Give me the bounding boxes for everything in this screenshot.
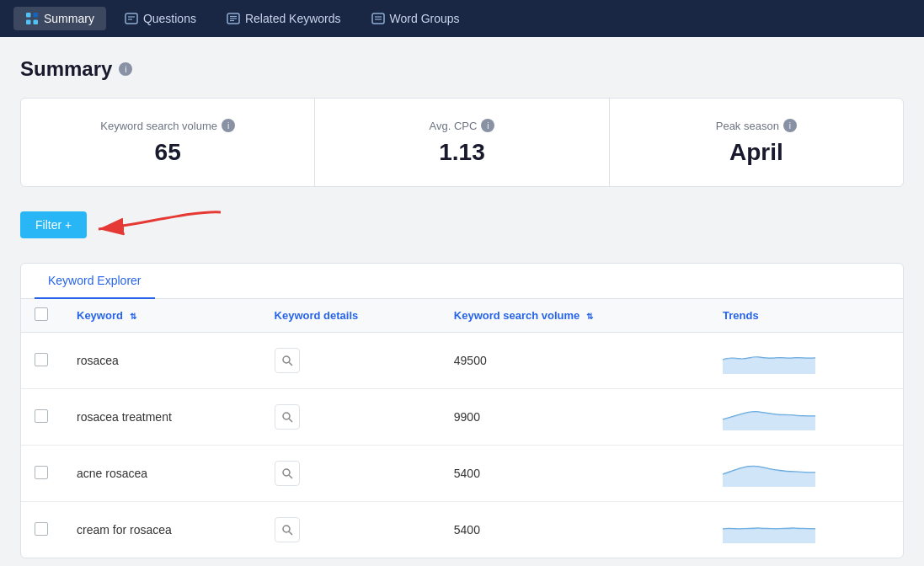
svg-line-18 (289, 419, 292, 422)
keyword-details-button-4[interactable] (275, 517, 300, 542)
volume-sort-icon: ⇅ (586, 312, 593, 321)
row-volume-3: 5400 (441, 446, 709, 502)
table-section: Keyword Explorer Keyword ⇅ Keyword detai… (20, 263, 904, 558)
row-checkbox-1[interactable] (35, 353, 48, 366)
search-icon (281, 467, 293, 479)
stat-label-peak-season: Peak season i (627, 119, 886, 132)
svg-point-21 (283, 526, 290, 532)
stat-card-avg-cpc: Avg. CPC i 1.13 (315, 99, 609, 186)
stat-value-peak-season: April (627, 139, 886, 166)
th-keyword-search-volume[interactable]: Keyword search volume ⇅ (441, 299, 709, 333)
th-keyword[interactable]: Keyword ⇅ (63, 299, 261, 333)
nav-label-word-groups: Word Groups (390, 12, 460, 25)
row-details-4 (261, 502, 441, 558)
svg-line-22 (289, 531, 292, 535)
nav-item-word-groups[interactable]: Word Groups (360, 7, 472, 30)
row-details-2 (261, 389, 441, 446)
table-header: Keyword ⇅ Keyword details Keyword search… (21, 299, 903, 333)
table-row: acne rosacea 5400 (21, 446, 903, 502)
svg-point-19 (283, 469, 290, 476)
svg-rect-1 (34, 13, 39, 18)
nav-label-related-keywords: Related Keywords (245, 12, 341, 25)
trend-chart-3 (723, 457, 815, 487)
nav-item-related-keywords[interactable]: Related Keywords (215, 7, 353, 30)
nav-item-summary[interactable]: Summary (13, 7, 106, 30)
row-checkbox-cell-3 (21, 446, 63, 502)
th-keyword-details: Keyword details (261, 299, 441, 333)
filter-button[interactable]: Filter + (20, 211, 87, 238)
nav-item-questions[interactable]: Questions (113, 7, 208, 30)
keyword-details-button-2[interactable] (275, 404, 300, 430)
row-trend-2 (709, 389, 903, 446)
row-volume-1: 49500 (441, 333, 709, 389)
row-checkbox-4[interactable] (35, 522, 48, 536)
row-checkbox-2[interactable] (35, 409, 48, 423)
tab-keyword-explorer[interactable]: Keyword Explorer (35, 264, 155, 299)
row-checkbox-cell-2 (21, 389, 63, 446)
annotation-arrow (90, 204, 225, 246)
page-title-info-icon[interactable]: i (119, 62, 132, 76)
row-keyword-1: rosacea (63, 333, 261, 389)
page-title-row: Summary i (20, 57, 904, 81)
svg-line-16 (289, 362, 292, 366)
svg-point-15 (283, 356, 290, 363)
row-volume-2: 9900 (441, 389, 709, 446)
search-icon (281, 411, 293, 423)
row-checkbox-cell-1 (21, 333, 63, 389)
svg-rect-11 (372, 13, 384, 24)
table-body: rosacea 49500 (21, 333, 903, 558)
table-row: cream for rosacea 5400 (21, 502, 903, 558)
svg-rect-0 (26, 13, 31, 18)
row-trend-1 (709, 333, 903, 389)
search-icon (281, 524, 293, 536)
row-volume-4: 5400 (441, 502, 709, 558)
stat-value-keyword-search-volume: 65 (38, 139, 297, 166)
stats-row: Keyword search volume i 65 Avg. CPC i 1.… (20, 98, 904, 187)
stat-label-keyword-search-volume: Keyword search volume i (38, 119, 297, 132)
keyword-details-button-1[interactable] (275, 348, 300, 373)
svg-line-20 (289, 475, 292, 478)
row-keyword-3: acne rosacea (63, 446, 261, 502)
keywords-table: Keyword ⇅ Keyword details Keyword search… (21, 299, 903, 558)
trend-chart-2 (723, 401, 815, 430)
row-details-1 (261, 333, 441, 389)
row-keyword-4: cream for rosacea (63, 502, 261, 558)
svg-rect-2 (26, 20, 31, 25)
row-checkbox-3[interactable] (35, 466, 48, 479)
nav-label-questions: Questions (143, 12, 196, 25)
stat-value-avg-cpc: 1.13 (332, 139, 591, 166)
row-checkbox-cell-4 (21, 502, 63, 558)
tab-row: Keyword Explorer (21, 264, 903, 299)
search-icon (281, 355, 293, 366)
related-keywords-icon (227, 12, 240, 25)
svg-rect-3 (34, 20, 39, 25)
page-title: Summary (20, 57, 112, 81)
questions-icon (125, 12, 138, 25)
table-row: rosacea treatment 9900 (21, 389, 903, 446)
row-keyword-2: rosacea treatment (63, 389, 261, 446)
stat-card-peak-season: Peak season i April (610, 99, 903, 186)
stat-label-avg-cpc: Avg. CPC i (332, 119, 591, 132)
top-navigation: Summary Questions Related Keywords (0, 0, 924, 37)
trend-chart-1 (723, 344, 815, 374)
select-all-checkbox[interactable] (35, 307, 48, 321)
svg-point-17 (283, 413, 290, 419)
filter-row: Filter + (20, 204, 904, 246)
row-trend-4 (709, 502, 903, 558)
stat-info-icon-peak-season[interactable]: i (783, 119, 797, 132)
row-trend-3 (709, 446, 903, 502)
word-groups-icon (371, 12, 385, 25)
nav-label-summary: Summary (44, 12, 94, 25)
th-select-all (21, 299, 63, 333)
th-trends: Trends (709, 299, 903, 333)
svg-rect-4 (126, 13, 137, 24)
keyword-sort-icon: ⇅ (130, 312, 136, 321)
grid-icon (25, 12, 39, 25)
table-row: rosacea 49500 (21, 333, 903, 389)
keyword-details-button-3[interactable] (275, 461, 300, 486)
trend-chart-4 (723, 514, 815, 543)
row-details-3 (261, 446, 441, 502)
stat-info-icon-volume[interactable]: i (222, 119, 235, 132)
stat-info-icon-cpc[interactable]: i (481, 119, 494, 132)
main-content: Summary i Keyword search volume i 65 Avg… (0, 37, 924, 566)
